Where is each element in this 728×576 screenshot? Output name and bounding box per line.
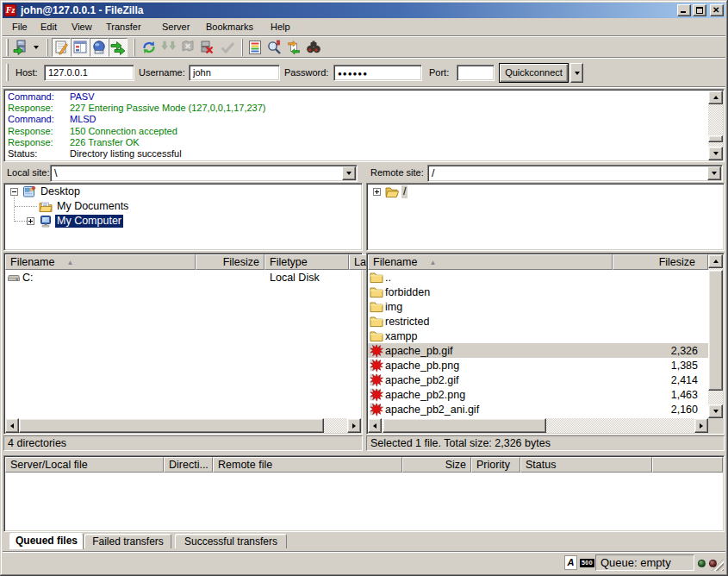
scroll-thumb[interactable] (19, 418, 324, 433)
scroll-thumb[interactable] (708, 135, 723, 142)
cancel-operation-icon[interactable] (180, 40, 196, 55)
column-header-priority[interactable]: Priority (471, 457, 520, 473)
menu-bookmarks[interactable]: Bookmarks (206, 18, 253, 35)
menu-file[interactable]: File (12, 18, 28, 35)
file-row[interactable]: restricted (368, 314, 708, 329)
toggle-message-log-button[interactable] (52, 38, 71, 57)
file-row-selected[interactable]: apache_pb.gif2,326 (368, 343, 708, 358)
quickconnect-button[interactable]: Quickconnect (499, 63, 569, 83)
maximize-button[interactable] (693, 4, 706, 16)
close-button[interactable]: ✕ (710, 4, 724, 16)
column-header-status[interactable]: Status (520, 457, 652, 473)
column-header-size[interactable]: Size (402, 457, 471, 473)
collapse-expander-icon[interactable] (10, 188, 18, 196)
toolbar-grip[interactable] (6, 39, 9, 56)
refresh-icon[interactable] (141, 40, 157, 55)
column-header-remote-file[interactable]: Remote file (213, 457, 402, 473)
tree-item-label-selected[interactable]: / (401, 185, 408, 198)
toggle-local-tree-button[interactable] (71, 38, 90, 57)
column-header-filetype[interactable]: Filetype (264, 254, 349, 270)
expand-expander-icon[interactable] (373, 188, 381, 196)
menu-view[interactable]: View (72, 18, 92, 35)
column-header-server-local-file[interactable]: Server/Local file (5, 457, 164, 473)
scroll-left-button[interactable] (368, 418, 382, 433)
find-files-icon[interactable] (306, 40, 321, 55)
data-type-indicator-icon[interactable]: A (564, 555, 577, 570)
remote-site-dropdown-button[interactable] (707, 166, 721, 180)
tab-failed-transfers[interactable]: Failed transfers (84, 534, 171, 548)
remote-vertical-scrollbar[interactable] (708, 254, 723, 418)
menu-transfer[interactable]: Transfer (106, 18, 141, 35)
column-header-direction[interactable]: Directi... (164, 457, 213, 473)
local-site-combo[interactable]: \ (50, 165, 358, 182)
synchronized-browsing-icon[interactable] (286, 40, 302, 55)
site-manager-icon[interactable] (13, 40, 28, 55)
column-header-filename[interactable]: Filename▲ (5, 254, 196, 270)
scroll-down-button[interactable] (708, 147, 723, 160)
reconnect-icon[interactable] (220, 40, 235, 55)
remote-list-body[interactable]: .. forbidden img restricted xampp apache… (368, 270, 708, 418)
file-row[interactable]: apache_pb.png1,385 (368, 358, 708, 373)
remote-site-combo[interactable]: / (427, 165, 723, 182)
quickconnect-grip[interactable] (6, 64, 9, 81)
scroll-right-button[interactable] (694, 418, 708, 433)
quickconnect-dropdown-button[interactable] (570, 63, 583, 83)
minimize-button[interactable] (677, 4, 691, 16)
tree-item-my-computer[interactable]: My Computer (4, 214, 362, 229)
username-input[interactable]: john (189, 65, 280, 81)
file-row[interactable]: xampp (368, 329, 708, 343)
log-line: Response:226 Transfer OK (8, 137, 708, 148)
toggle-remote-tree-button[interactable] (90, 38, 109, 57)
file-row-c-drive[interactable]: C: Local Disk (5, 270, 361, 285)
process-queue-icon[interactable] (161, 40, 177, 55)
directory-filters-icon[interactable] (247, 40, 263, 55)
port-input[interactable] (457, 65, 495, 81)
tree-item-root[interactable]: / (367, 185, 724, 199)
tree-item-label[interactable]: Desktop (39, 185, 82, 198)
remote-horizontal-scrollbar[interactable] (368, 418, 708, 433)
tree-item-my-documents[interactable]: My Documents (4, 199, 362, 214)
column-header-filesize[interactable]: Filesize (613, 254, 708, 270)
message-log-content[interactable]: Command:PASV Response:227 Entering Passi… (5, 91, 708, 160)
transfer-queue-body[interactable]: Server/Local file Directi... Remote file… (5, 457, 723, 530)
tab-queued-files[interactable]: Queued files (9, 533, 84, 549)
toggle-transfer-queue-button[interactable] (109, 38, 128, 57)
local-horizontal-scrollbar[interactable] (5, 418, 361, 433)
file-row[interactable]: forbidden (368, 285, 708, 299)
menu-help[interactable]: Help (271, 18, 290, 35)
local-site-dropdown-button[interactable] (342, 166, 356, 180)
transfer-queue-icon (110, 40, 126, 55)
scroll-left-button[interactable] (5, 418, 19, 433)
scroll-thumb[interactable] (708, 270, 723, 391)
column-header-filesize[interactable]: Filesize (196, 254, 264, 270)
disconnect-icon[interactable] (199, 40, 215, 55)
toolbar-separator (241, 39, 243, 56)
file-row[interactable]: img (368, 299, 708, 314)
site-manager-dropdown-icon[interactable] (34, 46, 39, 49)
scroll-up-button[interactable] (708, 91, 723, 104)
file-row[interactable]: .. (368, 270, 708, 285)
expand-expander-icon[interactable] (27, 217, 34, 225)
file-row[interactable]: apache_pb2.png1,463 (368, 387, 708, 402)
tree-item-desktop[interactable]: Desktop (4, 185, 362, 199)
title-bar[interactable]: Fz john@127.0.0.1 - FileZilla ✕ (3, 3, 725, 18)
scroll-right-button[interactable] (347, 418, 361, 433)
scroll-down-button[interactable] (708, 404, 723, 418)
directory-comparison-icon[interactable] (266, 40, 282, 55)
scroll-up-button[interactable] (708, 254, 723, 268)
file-row[interactable]: apache_pb2.gif2,414 (368, 373, 708, 387)
password-input[interactable]: ●●●●●● (333, 65, 422, 81)
tree-item-label[interactable]: My Documents (55, 200, 130, 213)
menu-edit[interactable]: Edit (40, 18, 57, 35)
log-scrollbar[interactable] (708, 91, 723, 160)
tree-item-label-selected[interactable]: My Computer (55, 215, 123, 228)
column-header-filename[interactable]: Filename▲ (368, 254, 613, 270)
local-list-body[interactable]: C: Local Disk (5, 270, 361, 418)
minimize-icon (681, 11, 686, 13)
host-input[interactable]: 127.0.0.1 (44, 65, 134, 81)
menu-server[interactable]: Server (162, 18, 190, 35)
tab-successful-transfers[interactable]: Successful transfers (175, 534, 287, 548)
file-row[interactable]: apache_pb2_ani.gif2,160 (368, 402, 708, 416)
scroll-thumb[interactable] (383, 418, 546, 433)
speed-limit-indicator-icon[interactable]: 500 (580, 559, 594, 567)
